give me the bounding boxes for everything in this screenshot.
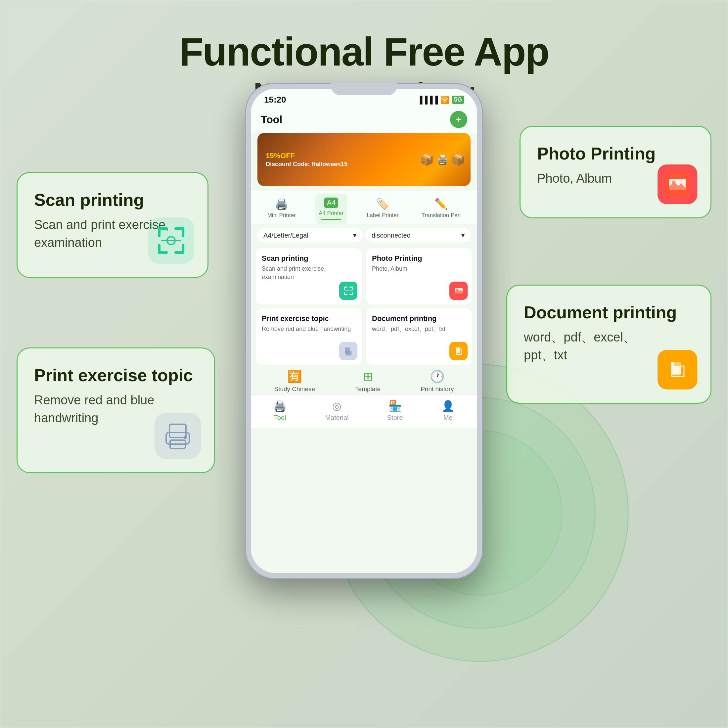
svg-rect-7 xyxy=(182,244,184,254)
svg-rect-19 xyxy=(674,362,681,366)
filter-bar: A4/Letter/Legal ▾ disconnected ▾ xyxy=(251,224,477,246)
mini-printer-icon: 🖨️ xyxy=(275,197,288,210)
study-chinese-icon: 🈶 xyxy=(287,370,302,384)
svg-rect-25 xyxy=(344,292,345,295)
tab-bar-me[interactable]: 👤 Me xyxy=(441,400,455,422)
tab-translation-pen-label: Translation Pen xyxy=(422,212,460,219)
svg-point-13 xyxy=(184,436,187,439)
material-tab-label: Material xyxy=(325,414,349,422)
scan-icon-large xyxy=(148,217,194,264)
wifi-icon: 🛜 xyxy=(440,96,450,104)
card-print-title: Print exercise topic xyxy=(34,365,197,385)
shortcut-template-label: Template xyxy=(355,385,381,393)
bottom-tab-bar: 🖨️ Tool ◎ Material 🏪 Store 👤 Me xyxy=(251,395,477,428)
tab-label-printer-label: Label Printer xyxy=(367,212,398,219)
svg-rect-8 xyxy=(161,240,181,241)
shortcut-template[interactable]: ⊞ Template xyxy=(355,370,381,393)
svg-rect-28 xyxy=(345,291,352,291)
me-tab-icon: 👤 xyxy=(441,400,455,412)
banner-discount: 15%OFF xyxy=(266,151,347,161)
svg-rect-35 xyxy=(459,347,461,349)
feature-exercise-desc: Remove red and blue handwriting xyxy=(262,325,356,333)
card-photo-printing: Photo Printing Photo, Album xyxy=(520,126,711,219)
add-button[interactable]: + xyxy=(450,111,467,128)
tool-tab-icon: 🖨️ xyxy=(273,400,287,412)
app-header: Tool + xyxy=(251,107,477,133)
tab-bar-material[interactable]: ◎ Material xyxy=(325,400,349,422)
store-tab-icon: 🏪 xyxy=(388,400,402,412)
feature-scan[interactable]: Scan printing Scan and print exercise, e… xyxy=(256,248,362,304)
photo-icon xyxy=(658,164,697,204)
size-filter[interactable]: A4/Letter/Legal ▾ xyxy=(257,228,362,243)
tab-a4-printer[interactable]: A4 A4 Printer xyxy=(315,194,347,224)
svg-rect-1 xyxy=(158,227,161,237)
template-icon: ⊞ xyxy=(363,370,373,384)
phone-notch xyxy=(331,83,397,95)
feature-document-title: Document printing xyxy=(372,314,466,323)
card-scan-title: Scan printing xyxy=(34,190,191,210)
print-icon-large xyxy=(154,413,201,459)
shortcut-print-history[interactable]: 🕐 Print history xyxy=(421,370,454,393)
tool-tab-label: Tool xyxy=(274,414,286,422)
status-icons: ▐▐▐▐ 🛜 5G xyxy=(417,96,464,104)
translation-pen-icon: ✏️ xyxy=(434,197,448,210)
svg-rect-5 xyxy=(158,244,161,254)
main-title: Functional Free App xyxy=(0,30,728,73)
feature-exercise-icon xyxy=(339,342,357,360)
card-scan-printing: Scan printing Scan and print exercise, e… xyxy=(17,172,208,278)
feature-document-desc: word、pdf、excel、ppt、txt xyxy=(372,325,466,333)
feature-scan-desc: Scan and print exercise, examination xyxy=(262,265,356,281)
printer-tabs: 🖨️ Mini Printer A4 A4 Printer 🏷️ Label P… xyxy=(251,191,477,224)
feature-exercise[interactable]: Print exercise topic Remove red and blue… xyxy=(256,308,362,365)
feature-grid: Scan printing Scan and print exercise, e… xyxy=(251,248,477,365)
tab-mini-printer-label: Mini Printer xyxy=(268,212,296,219)
svg-rect-3 xyxy=(182,227,184,237)
card-document-printing: Document printing word、pdf、excel、ppt、txt xyxy=(506,284,711,404)
shortcut-study-chinese[interactable]: 🈶 Study Chinese xyxy=(274,370,315,393)
feature-document[interactable]: Document printing word、pdf、excel、ppt、txt xyxy=(366,308,472,365)
phone-frame: 15:20 ▐▐▐▐ 🛜 5G Tool + 15%OFF xyxy=(245,83,483,579)
document-icon xyxy=(658,350,697,390)
phone-mockup: 15:20 ▐▐▐▐ 🛜 5G Tool + 15%OFF xyxy=(245,83,483,579)
a4-printer-icon: A4 xyxy=(324,197,338,208)
tab-bar-store[interactable]: 🏪 Store xyxy=(387,400,403,422)
connection-filter-label: disconnected xyxy=(372,232,411,239)
main-content: Functional Free App Not Just a Printer S… xyxy=(0,0,728,728)
tab-bar-tool[interactable]: 🖨️ Tool xyxy=(273,400,287,422)
connection-filter[interactable]: disconnected ▾ xyxy=(366,228,471,243)
card-photo-title: Photo Printing xyxy=(537,143,694,164)
app-title: Tool xyxy=(261,113,282,126)
feature-scan-icon xyxy=(339,281,357,300)
svg-rect-10 xyxy=(170,424,186,437)
tab-active-indicator xyxy=(321,219,341,220)
promo-banner[interactable]: 15%OFF Discount Code: Halloween15 📦 🖨️ 📦 xyxy=(257,133,471,186)
feature-photo[interactable]: Photo Printing Photo, Album xyxy=(366,248,472,304)
me-tab-label: Me xyxy=(444,414,453,422)
size-filter-label: A4/Letter/Legal xyxy=(263,232,308,239)
card-print-exercise: Print exercise topic Remove red and blue… xyxy=(17,347,215,473)
svg-rect-27 xyxy=(352,292,353,295)
tab-mini-printer[interactable]: 🖨️ Mini Printer xyxy=(264,194,299,224)
phone-screen: 15:20 ▐▐▐▐ 🛜 5G Tool + 15%OFF xyxy=(251,89,477,573)
tab-translation-pen[interactable]: ✏️ Translation Pen xyxy=(418,194,464,224)
feature-photo-desc: Photo, Album xyxy=(372,265,466,273)
tab-label-printer[interactable]: 🏷️ Label Printer xyxy=(363,194,402,224)
status-time: 15:20 xyxy=(264,95,286,105)
shortcut-study-chinese-label: Study Chinese xyxy=(274,385,315,393)
bottom-shortcuts: 🈶 Study Chinese ⊞ Template 🕐 Print histo… xyxy=(251,365,477,395)
shortcut-print-history-label: Print history xyxy=(421,385,454,393)
card-document-title: Document printing xyxy=(524,302,694,323)
feature-photo-icon xyxy=(450,281,468,300)
feature-photo-title: Photo Printing xyxy=(372,254,466,263)
size-filter-chevron: ▾ xyxy=(353,231,356,239)
banner-code-label: Discount Code: Halloween15 xyxy=(266,161,347,168)
battery-icon: 5G xyxy=(452,96,464,104)
store-tab-label: Store xyxy=(387,414,403,422)
feature-document-icon xyxy=(450,342,468,360)
tab-a4-printer-label: A4 Printer xyxy=(319,210,344,217)
label-printer-icon: 🏷️ xyxy=(376,197,389,210)
svg-rect-33 xyxy=(346,353,351,356)
connection-filter-chevron: ▾ xyxy=(461,231,465,239)
feature-scan-title: Scan printing xyxy=(262,254,356,263)
print-history-icon: 🕐 xyxy=(430,370,445,384)
